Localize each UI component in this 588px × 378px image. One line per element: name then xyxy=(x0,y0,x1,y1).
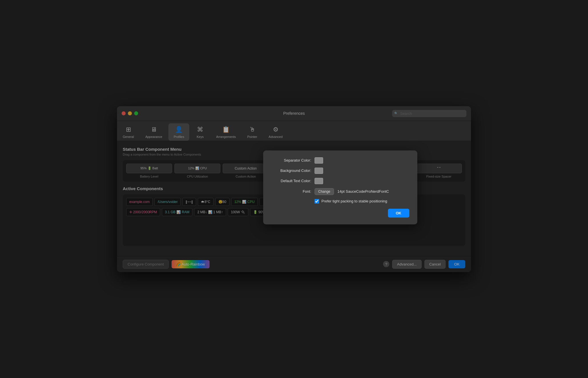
font-row: Font: Change 14pt SauceCodeProNerdFontC xyxy=(271,188,409,195)
popup-ok-button[interactable]: OK xyxy=(388,209,410,218)
change-font-button[interactable]: Change xyxy=(315,188,334,195)
default-text-color-row: Default Text Color: xyxy=(271,178,409,184)
popup-dialog: Separator Color: Background Color: Defau… xyxy=(263,150,417,224)
default-text-color-label: Default Text Color: xyxy=(271,179,311,183)
background-color-label: Background Color: xyxy=(271,168,311,173)
separator-color-label: Separator Color: xyxy=(271,158,311,162)
prefer-packing-row: Prefer tight packing to stable positioni… xyxy=(271,199,409,204)
background-color-row: Background Color: xyxy=(271,168,409,174)
prefer-packing-label: Prefer tight packing to stable positioni… xyxy=(321,199,387,203)
separator-color-row: Separator Color: xyxy=(271,157,409,164)
background-color-swatch[interactable] xyxy=(315,168,323,174)
prefer-packing-checkbox[interactable] xyxy=(315,199,319,204)
preferences-window: Preferences ⊞ General 🖥 Appearance 👤 Pro… xyxy=(117,106,471,272)
separator-color-swatch[interactable] xyxy=(315,157,323,164)
font-label: Font: xyxy=(271,189,311,194)
font-value: 14pt SauceCodeProNerdFontC xyxy=(337,189,389,194)
popup-ok-row: OK xyxy=(271,209,409,218)
default-text-color-swatch[interactable] xyxy=(315,178,323,184)
